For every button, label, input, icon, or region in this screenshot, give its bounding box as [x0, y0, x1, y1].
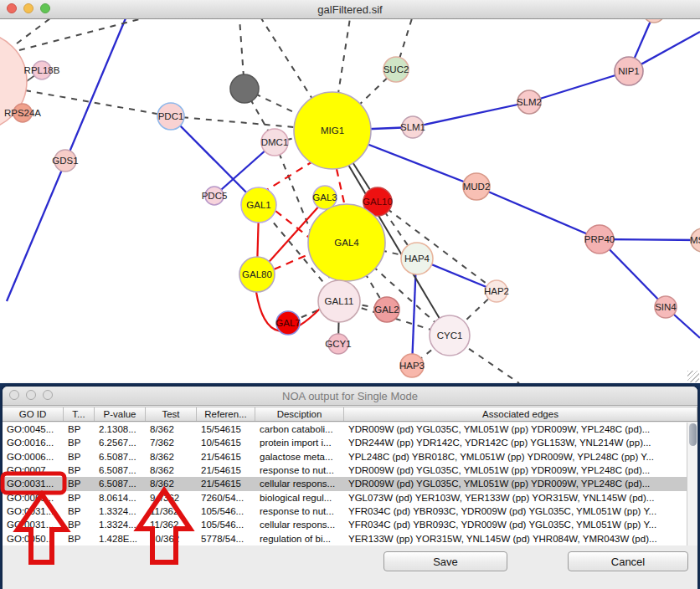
- table-cell: 21/54615: [197, 464, 255, 477]
- table-cell: cellular respons...: [255, 518, 344, 531]
- table-cell: 8/362: [146, 464, 197, 477]
- minimize-button-inactive[interactable]: [26, 390, 36, 400]
- table-cell: YFR034C (pd) YBR093C, YDR009W (pd) YGL03…: [344, 504, 687, 518]
- vertical-scrollbar[interactable]: [687, 423, 697, 545]
- table-cell: protein import i...: [255, 436, 344, 449]
- edge-pp: [529, 71, 629, 102]
- column-header-associated-edges[interactable]: Associated edges: [344, 407, 697, 421]
- edge-pd: [19, 18, 142, 50]
- node-label-HAP3: HAP3: [399, 361, 425, 371]
- noa-titlebar[interactable]: NOA output for Single Mode: [3, 387, 697, 406]
- table-cell: BP: [64, 504, 95, 518]
- table-cell: BP: [64, 464, 95, 477]
- node-label-RPS24A: RPS24A: [4, 108, 41, 118]
- table-cell: GO:0031...: [3, 518, 64, 531]
- table-cell: YDR009W (pd) YGL035C, YML051W (pp) YDR00…: [344, 477, 687, 490]
- cancel-button[interactable]: Cancel: [568, 551, 688, 571]
- table-body: GO:0045...BP2.1308...8/36215/54615carbon…: [3, 423, 687, 545]
- node-label-GDS1: GDS1: [52, 156, 78, 166]
- column-header-p-value[interactable]: P-value: [95, 407, 146, 421]
- table-cell: GO:0050...: [3, 532, 64, 545]
- table-cell: 8/362: [146, 423, 197, 436]
- network-titlebar[interactable]: galFiltered.sif: [0, 0, 700, 19]
- zoom-button-inactive[interactable]: [43, 390, 53, 400]
- table-cell: BP: [64, 518, 95, 531]
- table-cell: YFR034C (pd) YBR093C, YDR009W (pd) YGL03…: [344, 518, 687, 531]
- column-header-go-id[interactable]: GO ID: [3, 407, 64, 421]
- table-cell: 8.0614...: [95, 491, 146, 504]
- table-cell: YPL248C (pd) YBR018C, YML051W (pp) YDR00…: [344, 450, 687, 464]
- table-cell: 1.428E...: [95, 532, 146, 545]
- edge-pd: [17, 18, 50, 44]
- table-cell: YDR009W (pd) YGL035C, YML051W (pp) YDR00…: [344, 423, 687, 436]
- table-cell: carbon cataboli...: [255, 423, 344, 436]
- column-header-t-[interactable]: T...: [64, 407, 95, 421]
- scrollbar-thumb[interactable]: [689, 423, 697, 446]
- node-gray-node[interactable]: [230, 74, 259, 103]
- node-label-SIN4: SIN4: [655, 302, 677, 312]
- table-row[interactable]: GO:0031...BP1.3324...11/362105/546...res…: [3, 504, 687, 518]
- node-label-MUD2: MUD2: [463, 182, 491, 192]
- table-cell: BP: [64, 477, 95, 490]
- table-cell: YDR009W (pd) YGL035C, YML051W (pp) YDR00…: [344, 464, 687, 477]
- noa-window: NOA output for Single Mode GO IDT...P-va…: [3, 387, 697, 589]
- node-label-GAL10: GAL10: [363, 197, 393, 207]
- node-label-CYC1: CYC1: [437, 330, 463, 341]
- table-cell: GO:0031...: [3, 504, 64, 518]
- resize-grip-icon[interactable]: [687, 371, 699, 382]
- table-cell: GO:0065...: [3, 491, 64, 504]
- table-cell: BP: [64, 532, 95, 545]
- table-cell: GO:0007...: [3, 464, 64, 477]
- node-label-HAP2: HAP2: [484, 286, 509, 296]
- network-window-title: galFiltered.sif: [317, 3, 382, 16]
- table-cell: 21/54615: [197, 450, 255, 464]
- node-label-GAL11: GAL11: [325, 296, 354, 306]
- table-cell: 7/362: [146, 436, 197, 449]
- table-row[interactable]: GO:0031...BP6.5087...8/36221/54615cellul…: [3, 477, 687, 490]
- column-header-referen-[interactable]: Referen...: [197, 407, 255, 421]
- table-cell: 8/362: [146, 477, 197, 490]
- table-row[interactable]: GO:0007...BP6.5087...8/36221/54615respon…: [3, 464, 687, 477]
- table-cell: regulation of bi...: [255, 532, 344, 545]
- table-cell: YDR244W (pp) YDR142C, YDR142C (pp) YGL15…: [344, 436, 687, 449]
- edge-pp: [413, 102, 529, 127]
- close-button-inactive[interactable]: [9, 390, 19, 400]
- table-row[interactable]: GO:0065...BP8.0614...94/3627260/54...bio…: [3, 491, 687, 504]
- table-cell: galactose meta...: [255, 450, 344, 464]
- node-label-GCY1: GCY1: [325, 339, 351, 349]
- table-cell: 94/362: [146, 491, 197, 504]
- column-header-desciption[interactable]: Desciption: [255, 407, 344, 421]
- table-row[interactable]: GO:0006...BP6.5087...8/36221/54615galact…: [3, 450, 687, 464]
- node-label-NIP1: NIP1: [618, 66, 640, 76]
- table-cell: BP: [64, 491, 95, 504]
- node-label-GAL1: GAL1: [246, 200, 270, 210]
- edge-pd: [378, 202, 497, 291]
- table-row[interactable]: GO:0031...BP1.3324...11/362105/546...cel…: [3, 518, 687, 531]
- table-cell: 80/362: [146, 532, 197, 545]
- table-row[interactable]: GO:0045...BP2.1308...8/36215/54615carbon…: [3, 423, 687, 436]
- table-row[interactable]: GO:0050...BP1.428E...80/3625778/54...reg…: [3, 532, 687, 545]
- table-cell: 2.1308...: [95, 423, 146, 436]
- zoom-button[interactable]: [40, 3, 50, 13]
- table-cell: GO:0006...: [3, 450, 64, 464]
- table-cell: 11/362: [146, 504, 197, 518]
- minimize-button[interactable]: [23, 3, 33, 13]
- node-label-SUC2: SUC2: [383, 64, 409, 74]
- table-cell: GO:0045...: [3, 423, 64, 436]
- node-label-PDC1: PDC1: [158, 111, 184, 121]
- close-button[interactable]: [7, 3, 17, 13]
- table-cell: GO:0016...: [3, 436, 64, 449]
- traffic-lights: [7, 3, 50, 13]
- column-header-test[interactable]: Test: [146, 407, 197, 421]
- network-canvas[interactable]: RPL18BRPS24AGDS1PDC1DMC1MIG1SUC2SLM1SLM2…: [0, 0, 700, 383]
- table-cell: GO:0031...: [3, 477, 64, 490]
- table-cell: YGL073W (pd) YER103W, YER133W (pp) YOR31…: [344, 491, 687, 504]
- save-button[interactable]: Save: [383, 551, 507, 571]
- node-label-GAL7: GAL7: [275, 318, 300, 328]
- table-cell: 6.5087...: [95, 450, 146, 464]
- edge-pp: [476, 187, 600, 239]
- table-row[interactable]: GO:0016...BP6.2567...7/36210/54615protei…: [3, 436, 687, 449]
- edge-redd: [265, 161, 314, 191]
- node-label-GAL4: GAL4: [334, 238, 359, 248]
- table-cell: 10/54615: [197, 436, 255, 449]
